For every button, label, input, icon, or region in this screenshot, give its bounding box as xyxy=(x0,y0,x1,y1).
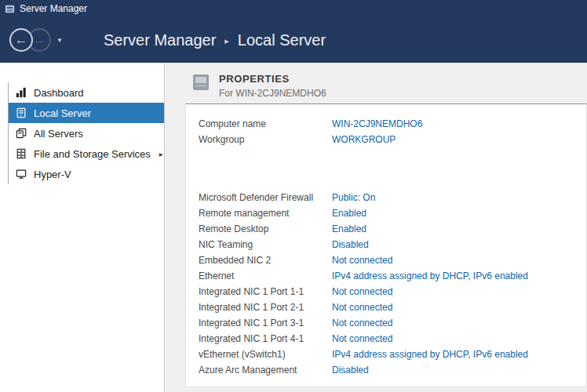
property-row-integrated-nic-1-1: Integrated NIC 1 Port 1-1 Not connected xyxy=(199,284,586,299)
property-value-link[interactable]: Not connected xyxy=(332,255,392,266)
forward-arrow-icon: → xyxy=(33,34,46,46)
property-label: Workgroup xyxy=(199,134,332,145)
sidebar-item-file-storage-services[interactable]: File and Storage Services ▸ xyxy=(9,143,164,164)
back-arrow-icon: ← xyxy=(15,34,27,46)
property-value-link[interactable]: WORKGROUP xyxy=(332,134,396,145)
nav-dropdown-caret-icon[interactable]: ▼ xyxy=(57,37,63,44)
sidebar-item-label: Local Server xyxy=(34,107,91,119)
property-value-link[interactable]: Public: On xyxy=(332,192,375,203)
content-area: PROPERTIES For WIN-2CJ9NEMDHO6 Computer … xyxy=(165,63,587,392)
property-value-link[interactable]: Enabled xyxy=(332,208,366,219)
sidebar-item-label: File and Storage Services xyxy=(34,148,151,160)
property-row-ethernet: Ethernet IPv4 address assigned by DHCP, … xyxy=(199,268,586,284)
properties-header-text: PROPERTIES For WIN-2CJ9NEMDHO6 xyxy=(219,73,326,99)
property-label: Integrated NIC 1 Port 2-1 xyxy=(199,302,332,313)
property-row-embedded-nic-2: Embedded NIC 2 Not connected xyxy=(199,252,586,268)
breadcrumb-separator-icon: ▸ xyxy=(224,34,229,46)
property-label: Ethernet xyxy=(199,270,332,281)
all-servers-icon xyxy=(16,128,27,139)
hyperv-icon xyxy=(16,169,27,180)
property-label: Integrated NIC 1 Port 4-1 xyxy=(199,333,332,344)
breadcrumb-root[interactable]: Server Manager xyxy=(104,31,216,49)
properties-header: PROPERTIES For WIN-2CJ9NEMDHO6 xyxy=(192,73,587,99)
app-header: ← → ▼ Server Manager ▸ Local Server xyxy=(0,17,587,63)
property-group-spacer xyxy=(199,147,586,190)
property-row-integrated-nic-2-1: Integrated NIC 1 Port 2-1 Not connected xyxy=(199,299,586,315)
server-manager-app-icon xyxy=(5,4,15,14)
properties-tile-icon xyxy=(192,74,210,91)
property-value-link[interactable]: Disabled xyxy=(332,365,369,376)
sidebar: Dashboard Local Server All Servers xyxy=(0,63,165,392)
sidebar-nav-list: Dashboard Local Server All Servers xyxy=(8,82,164,184)
property-value-link[interactable]: Enabled xyxy=(332,223,366,234)
sidebar-item-label: Hyper-V xyxy=(34,169,71,180)
sidebar-item-dashboard[interactable]: Dashboard xyxy=(9,82,164,103)
breadcrumb-current: Local Server xyxy=(238,31,326,49)
property-row-azure-arc: Azure Arc Management Disabled xyxy=(199,362,586,378)
property-row-remote-desktop: Remote Desktop Enabled xyxy=(199,221,586,237)
property-row-integrated-nic-4-1: Integrated NIC 1 Port 4-1 Not connected xyxy=(199,331,586,347)
local-server-icon xyxy=(16,107,27,118)
property-label: Microsoft Defender Firewall xyxy=(199,192,332,203)
property-value-link[interactable]: Not connected xyxy=(332,318,392,328)
property-row-nic-teaming: NIC Teaming Disabled xyxy=(199,237,586,252)
back-button[interactable]: ← xyxy=(9,28,33,52)
main-area: Dashboard Local Server All Servers xyxy=(0,63,587,392)
property-row-vethernet: vEthernet (vSwitch1) IPv4 address assign… xyxy=(199,347,586,362)
dashboard-icon xyxy=(16,87,27,98)
property-label: vEthernet (vSwitch1) xyxy=(199,349,332,360)
title-bar: Server Manager xyxy=(0,0,587,17)
file-storage-icon xyxy=(16,148,27,159)
expand-chevron-icon[interactable]: ▸ xyxy=(159,150,163,158)
property-label: Integrated NIC 1 Port 1-1 xyxy=(199,286,332,297)
property-label: Azure Arc Management xyxy=(199,365,332,376)
sidebar-item-local-server[interactable]: Local Server xyxy=(9,103,164,123)
property-row-remote-management: Remote management Enabled xyxy=(199,205,586,221)
property-label: Remote Desktop xyxy=(199,223,332,234)
sidebar-item-label: Dashboard xyxy=(34,87,84,99)
properties-subtitle: For WIN-2CJ9NEMDHO6 xyxy=(219,88,326,99)
property-label: NIC Teaming xyxy=(199,239,332,250)
property-value-link[interactable]: Disabled xyxy=(332,239,369,250)
property-value-link[interactable]: Not connected xyxy=(332,286,392,297)
property-value-link[interactable]: IPv4 address assigned by DHCP, IPv6 enab… xyxy=(332,349,528,360)
property-value-link[interactable]: Not connected xyxy=(332,302,392,313)
property-value-link[interactable]: IPv4 address assigned by DHCP, IPv6 enab… xyxy=(332,270,528,281)
property-label: Computer name xyxy=(199,118,332,129)
properties-title: PROPERTIES xyxy=(219,73,326,85)
breadcrumb: Server Manager ▸ Local Server xyxy=(104,31,326,49)
nav-buttons: ← → ▼ xyxy=(9,28,63,52)
property-row-firewall: Microsoft Defender Firewall Public: On xyxy=(199,190,586,205)
property-label: Embedded NIC 2 xyxy=(199,255,332,266)
property-label: Integrated NIC 1 Port 3-1 xyxy=(199,318,332,328)
properties-panel: Computer name WIN-2CJ9NEMDHO6 Workgroup … xyxy=(185,103,587,387)
sidebar-item-label: All Servers xyxy=(34,128,83,140)
property-value-link[interactable]: Not connected xyxy=(332,333,392,344)
sidebar-item-all-servers[interactable]: All Servers xyxy=(9,123,164,143)
property-row-computer-name: Computer name WIN-2CJ9NEMDHO6 xyxy=(199,116,586,132)
property-value-link[interactable]: WIN-2CJ9NEMDHO6 xyxy=(332,118,422,129)
property-row-workgroup: Workgroup WORKGROUP xyxy=(199,132,586,147)
window-title: Server Manager xyxy=(20,3,87,14)
property-row-integrated-nic-3-1: Integrated NIC 1 Port 3-1 Not connected xyxy=(199,315,586,331)
property-label: Remote management xyxy=(199,208,332,219)
sidebar-item-hyper-v[interactable]: Hyper-V xyxy=(9,164,164,184)
